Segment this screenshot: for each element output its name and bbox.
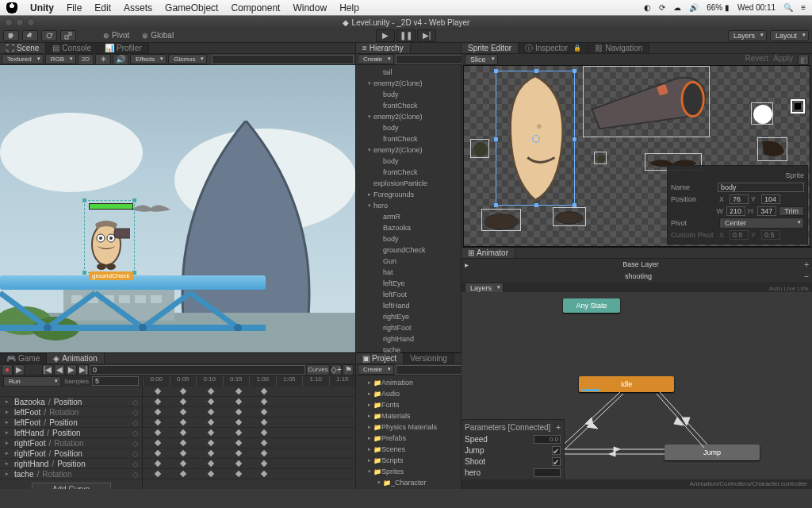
tab-game[interactable]: 🎮 Game (0, 353, 47, 364)
menu-file[interactable]: File (60, 2, 88, 13)
name-field[interactable] (718, 183, 804, 192)
hierarchy-item[interactable]: frontCheck (356, 167, 461, 178)
keyframe[interactable] (261, 429, 267, 436)
scale-tool-button[interactable] (60, 30, 76, 41)
sprite-canvas[interactable]: Sprite Name Position X Y W H Trim (463, 65, 810, 247)
add-event-button[interactable]: ⚑ (343, 364, 354, 375)
anim-property-row[interactable]: ▸leftHand / Position◇ (0, 428, 142, 438)
apple-icon[interactable] (6, 2, 17, 13)
sprite-box[interactable] (791, 99, 805, 114)
audio-toggle[interactable]: 🔊 (113, 54, 128, 65)
cloud-icon[interactable]: ☁ (673, 3, 681, 12)
hierarchy-item[interactable]: rightHand (356, 333, 461, 344)
hierarchy-item[interactable]: frontCheck (356, 133, 461, 144)
tab-scene[interactable]: ⛶ Scene (0, 43, 46, 53)
volume-icon[interactable]: 🔊 (689, 3, 699, 12)
keyframe[interactable] (155, 450, 161, 456)
hierarchy-item[interactable]: armR (356, 211, 461, 222)
hierarchy-item[interactable]: rightEye (356, 311, 461, 322)
keyframe[interactable] (180, 429, 186, 436)
idle-node[interactable]: Idle (579, 376, 674, 392)
keyframe[interactable] (261, 419, 267, 425)
animator-canvas[interactable]: Any State Idle Jump Parameters [Connecte… (462, 292, 812, 479)
sprite-eye-right[interactable] (594, 152, 607, 164)
h-field[interactable] (757, 206, 776, 216)
sprite-body-selection[interactable] (496, 71, 575, 206)
menu-gameobject[interactable]: GameObject (159, 2, 224, 13)
param-row[interactable]: hero (463, 467, 562, 478)
clip-dropdown[interactable]: Run (3, 376, 61, 387)
sprite-hand[interactable] (757, 137, 787, 161)
anim-play-button[interactable]: ▶ (13, 364, 25, 375)
hierarchy-item[interactable]: Gun (356, 256, 461, 267)
menu-app[interactable]: Unity (24, 2, 60, 13)
next-key-button[interactable]: ▶| (78, 364, 89, 375)
clock[interactable]: Wed 00:11 (737, 3, 776, 12)
samples-field[interactable] (92, 376, 139, 386)
hierarchy-item[interactable]: frontCheck (356, 100, 461, 111)
anim-property-row[interactable]: ▸rightHand / Position◇ (0, 459, 142, 469)
hierarchy-item[interactable]: ▾enemy2(Clone) (356, 144, 461, 156)
keyframe[interactable] (261, 409, 267, 415)
sprite-bazooka[interactable] (583, 66, 710, 137)
keyframe[interactable] (236, 460, 242, 467)
sprite-settings-icon[interactable]: ◧ (798, 54, 809, 65)
project-item[interactable]: ▸📁Animation (356, 377, 461, 388)
add-param-button[interactable]: + (556, 423, 561, 432)
battery-status[interactable]: 66% ▮ (707, 3, 730, 12)
keyframe[interactable] (236, 440, 242, 446)
tab-project[interactable]: ▣ Project (356, 353, 404, 364)
apply-button[interactable]: Apply (773, 54, 793, 65)
sprite-foot-left[interactable] (481, 209, 521, 231)
hierarchy-item[interactable]: body (356, 233, 461, 244)
keyframe[interactable] (180, 450, 186, 456)
keyframe[interactable] (155, 409, 161, 415)
keyframe[interactable] (155, 429, 161, 436)
hand-tool-button[interactable] (3, 30, 19, 41)
anim-property-row[interactable]: ▸rightFoot / Position◇ (0, 448, 142, 459)
hierarchy-item[interactable]: tail (356, 67, 461, 78)
keyframe[interactable] (208, 460, 214, 467)
keyframe[interactable] (236, 450, 242, 456)
keyframe[interactable] (180, 440, 186, 446)
keyframe[interactable] (208, 440, 214, 446)
param-value[interactable] (534, 435, 561, 444)
selection-gizmo[interactable] (84, 200, 135, 273)
param-value[interactable] (534, 468, 561, 477)
hierarchy-item[interactable]: ▾enemy2(Clone) (356, 78, 461, 89)
frame-field[interactable] (90, 365, 305, 375)
anim-property-row[interactable]: ▸leftFoot / Position◇ (0, 418, 142, 428)
layout-dropdown[interactable]: Layout (770, 30, 809, 41)
tab-animation[interactable]: ◈ Animation (47, 353, 104, 364)
project-item[interactable]: ▸📁Scenes (356, 444, 461, 455)
project-item[interactable]: ▸📁Physics Materials (356, 421, 461, 433)
keyframe[interactable] (236, 471, 242, 477)
prev-key-button[interactable]: |◀ (42, 364, 53, 375)
auto-live-link[interactable]: Auto Live Link (769, 285, 809, 292)
keyframe[interactable] (180, 471, 186, 477)
gizmos-dropdown[interactable]: Gizmos (168, 54, 207, 64)
tab-inspector[interactable]: ⓘ Inspector🔒 (519, 43, 588, 53)
hierarchy-item[interactable]: body (356, 89, 461, 100)
tab-versioning[interactable]: Versioning (404, 353, 454, 364)
project-item[interactable]: ▸📁Audio (356, 388, 461, 399)
hierarchy-item[interactable]: Bazooka (356, 222, 461, 233)
keyframe[interactable] (261, 440, 267, 446)
keyframe[interactable] (155, 440, 161, 446)
project-item[interactable]: ▸📁Scripts (356, 455, 461, 466)
hierarchy-item[interactable]: tache (356, 344, 461, 352)
scene-viewport[interactable]: groundCheck (0, 65, 355, 352)
hierarchy-create[interactable]: Create (358, 54, 394, 64)
add-key-button[interactable]: ◇+ (331, 364, 342, 375)
pivot-dropdown[interactable]: Center (719, 217, 804, 229)
project-item[interactable]: ▸📁Fonts (356, 399, 461, 410)
any-state-node[interactable]: Any State (563, 298, 620, 313)
2d-toggle[interactable]: 2D (78, 54, 94, 65)
hierarchy-item[interactable]: explosionParticle (356, 178, 461, 189)
tab-console[interactable]: ▤ Console (46, 43, 98, 53)
tab-animator[interactable]: ⊞ Animator (462, 248, 515, 258)
traffic-lights[interactable] (5, 18, 35, 26)
spotlight-icon[interactable]: 🔍 (783, 3, 793, 12)
curves-toggle[interactable]: Curves (306, 364, 330, 375)
hierarchy-item[interactable]: body (356, 156, 461, 167)
